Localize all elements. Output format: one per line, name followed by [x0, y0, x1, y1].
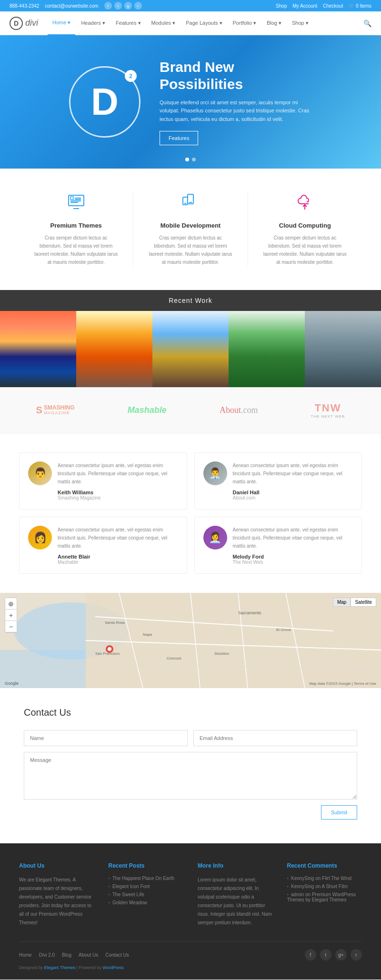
testimonial-3-content: Aenean consectetur ipsum ante, vel egest… [58, 526, 178, 565]
contact-message-input[interactable] [24, 752, 357, 800]
twitter-icon[interactable]: t [114, 2, 122, 10]
footer-post-4[interactable]: Golden Meadow [109, 900, 184, 905]
footer-comments: Recent Comments KennySing on Flirt The W… [287, 862, 362, 927]
feature-cloud-computing: Cloud Computing Cras semper dictum lectu… [248, 192, 362, 266]
nav-menu: Home ▾ Headers ▾ Features ▾ Modules ▾ Pa… [48, 11, 363, 35]
footer-facebook-icon[interactable]: f [305, 949, 316, 960]
testimonial-1: 👨 Aenean consectetur ipsum ante, vel ege… [19, 452, 187, 510]
testimonial-3-text: Aenean consectetur ipsum ante, vel egest… [58, 526, 178, 550]
portfolio-item-3[interactable] [152, 311, 229, 387]
about-logo: About.com [220, 405, 258, 415]
hero-text: Brand New Possibilities Quisque eleifend… [160, 59, 312, 146]
testimonial-2-company: About.com [233, 495, 353, 500]
hero-logo-letter: D [91, 80, 119, 124]
hero-features-button[interactable]: Features [160, 131, 198, 145]
testimonial-3-company: Mashable [58, 560, 178, 565]
avatar-melody: 👩‍💼 [203, 526, 227, 550]
testimonial-1-name: Keith Williams [58, 490, 178, 495]
site-logo[interactable]: D divi [10, 17, 38, 30]
checkout-link[interactable]: Checkout [323, 3, 343, 9]
nav-item-home[interactable]: Home ▾ [48, 11, 75, 35]
testimonial-4: 👩‍💼 Aenean consectetur ipsum ante, vel e… [194, 517, 362, 574]
footer-moreinfo-text: Lorem ipsum dolor sit amet, consectetur … [198, 876, 273, 927]
svg-text:El Grove: El Grove [276, 628, 291, 632]
mobile-icon [148, 192, 233, 215]
testimonial-1-content: Aenean consectetur ipsum ante, vel egest… [58, 461, 178, 500]
footer-posts: Recent Posts The Happiest Place On Earth… [109, 862, 184, 927]
nav-item-shop[interactable]: Shop ▾ [287, 11, 313, 35]
map-type-map-button[interactable]: Map [333, 598, 351, 607]
footer-nav-blog[interactable]: Blog [62, 952, 71, 958]
footer-comments-title: Recent Comments [287, 862, 362, 869]
nav-item-features[interactable]: Features ▾ [111, 11, 145, 35]
recent-work-header: Recent Work [0, 290, 381, 311]
map-zoom-in[interactable]: + [5, 610, 17, 621]
nav-item-modules[interactable]: Modules ▾ [147, 11, 180, 35]
hero-title: Brand New Possibilities [160, 59, 312, 93]
nav-item-blog[interactable]: Blog ▾ [262, 11, 286, 35]
map-pan-control[interactable]: ⊕ [5, 598, 17, 610]
elegant-themes-link[interactable]: Elegant Themes [44, 965, 75, 970]
testimonial-4-content: Aenean consectetur ipsum ante, vel egest… [233, 526, 353, 565]
svg-rect-16 [86, 593, 381, 688]
rss-icon[interactable]: r [134, 2, 142, 10]
footer-credits: Designed by Elegant Themes | Powered by … [19, 965, 362, 970]
portfolio-item-1[interactable] [0, 311, 76, 387]
footer-nav-contact[interactable]: Contact Us [105, 952, 129, 958]
footer-about-title: About Us [19, 862, 94, 869]
map-attribution: Map data ©2015 Google | Terms of Use [309, 681, 376, 686]
map-controls: ⊕ + − [5, 598, 17, 633]
feature-premium-themes-desc: Cras semper dictum lectus ac bibendum. S… [33, 234, 119, 266]
footer-nav-about[interactable]: About Us [79, 952, 98, 958]
contact-submit-button[interactable]: Submit [321, 805, 357, 820]
map-zoom-out[interactable]: − [5, 621, 17, 632]
map-type-controls: Map Satellite [333, 598, 376, 607]
portfolio-item-5[interactable] [305, 311, 381, 387]
footer-about-text: We are Elegant Themes. A passionate team… [19, 876, 94, 927]
testimonial-4-company: The Next Web [233, 560, 353, 565]
nav-item-page-layouts[interactable]: Page Layouts ▾ [181, 11, 227, 35]
footer-post-2[interactable]: Elegant Icon Font [109, 884, 184, 889]
hero-dot-2[interactable] [192, 158, 196, 161]
testimonial-4-name: Melody Ford [233, 554, 353, 560]
wordpress-link[interactable]: WordPress [102, 965, 123, 970]
facebook-icon[interactable]: f [104, 2, 112, 10]
phone-number: 888-443-2342 [10, 3, 39, 9]
footer-moreinfo: More Info Lorem ipsum dolor sit amet, co… [198, 862, 273, 927]
footer-comment-2: KennySing on A Short Film [287, 884, 362, 889]
my-account-link[interactable]: My Account [292, 3, 317, 9]
footer-post-3[interactable]: The Sweet Life [109, 892, 184, 897]
testimonial-1-text: Aenean consectetur ipsum ante, vel egest… [58, 461, 178, 486]
map-type-satellite-button[interactable]: Satellite [351, 598, 376, 607]
nav-item-portfolio[interactable]: Portfolio ▾ [228, 11, 261, 35]
cart-link[interactable]: 🛒 0 Items [349, 3, 371, 9]
testimonial-2-name: Daniel Hall [233, 490, 353, 495]
testimonials-section: 👨 Aenean consectetur ipsum ante, vel ege… [0, 433, 381, 593]
logo-circle: D [10, 17, 23, 30]
footer-rss-icon[interactable]: r [351, 949, 362, 960]
feature-mobile-development-desc: Cras semper dictum lectus ac bibendum. S… [148, 234, 233, 266]
portfolio-grid [0, 311, 381, 387]
portfolio-item-2[interactable] [76, 311, 152, 387]
svg-text:Sacramento: Sacramento [238, 610, 261, 615]
portfolio-item-4[interactable] [229, 311, 305, 387]
contact-name-input[interactable] [24, 730, 188, 746]
googleplus-icon[interactable]: g [124, 2, 132, 10]
main-nav: D divi Home ▾ Headers ▾ Features ▾ Modul… [0, 11, 381, 35]
footer-bottom: Home Divi 2.0 Blog About Us Contact Us f… [19, 941, 362, 960]
footer-nav-home[interactable]: Home [19, 952, 32, 958]
hero-dot-1[interactable] [185, 158, 189, 161]
contact-email-input[interactable] [193, 730, 357, 746]
footer-nav-divi[interactable]: Divi 2.0 [39, 952, 55, 958]
feature-premium-themes-title: Premium Themes [33, 222, 119, 229]
footer-twitter-icon[interactable]: t [320, 949, 331, 960]
shop-link[interactable]: Shop [276, 3, 287, 9]
nav-item-headers[interactable]: Headers ▾ [76, 11, 110, 35]
footer-post-1[interactable]: The Happiest Place On Earth [109, 876, 184, 881]
testimonial-1-company: Smashing Magazine [58, 495, 178, 500]
footer-posts-title: Recent Posts [109, 862, 184, 869]
email-address: contact@ourwebsite.com [45, 3, 98, 9]
search-icon[interactable]: 🔍 [363, 20, 371, 27]
footer-googleplus-icon[interactable]: g+ [335, 949, 347, 960]
monitor-icon [33, 192, 119, 215]
